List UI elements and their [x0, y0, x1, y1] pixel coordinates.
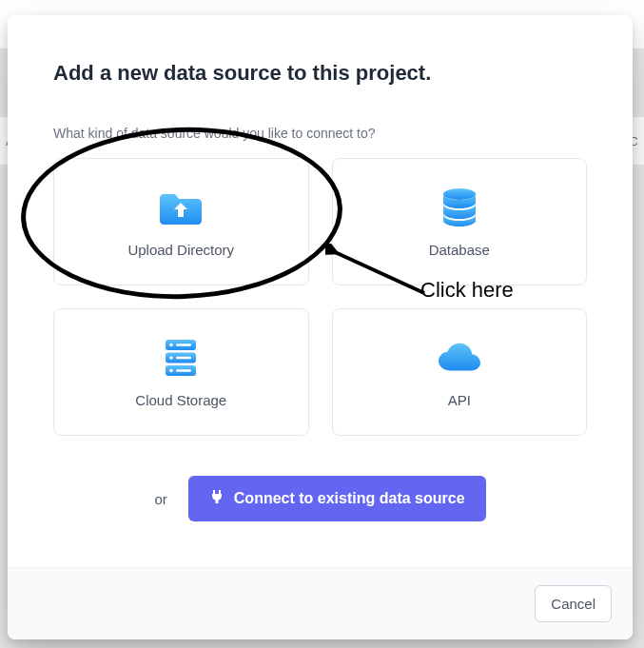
database-icon [439, 187, 480, 228]
card-database[interactable]: Database [332, 158, 588, 285]
cloud-icon [439, 337, 480, 379]
modal-title: Add a new data source to this project. [53, 61, 587, 86]
svg-rect-7 [176, 356, 191, 358]
card-grid: Upload Directory [53, 158, 587, 436]
modal-body: Add a new data source to this project. W… [8, 15, 633, 567]
svg-rect-5 [176, 344, 191, 345]
folder-upload-icon [160, 187, 202, 228]
svg-point-4 [169, 343, 173, 346]
cancel-button[interactable]: Cancel [535, 585, 612, 622]
server-icon [160, 337, 202, 379]
modal-subtitle: What kind of data source would you like … [53, 126, 587, 141]
or-text: or [154, 491, 166, 507]
card-label: Database [429, 242, 490, 258]
connect-existing-button[interactable]: Connect to existing data source [188, 476, 486, 521]
svg-rect-9 [176, 369, 191, 371]
modal-footer: Cancel [8, 567, 633, 639]
svg-point-0 [443, 188, 476, 200]
card-upload-directory[interactable]: Upload Directory [53, 158, 309, 285]
add-data-source-modal: Add a new data source to this project. W… [8, 15, 633, 639]
card-label: Upload Directory [127, 242, 234, 258]
plug-icon [209, 489, 224, 508]
card-label: API [448, 392, 471, 408]
connect-row: or Connect to existing data source [53, 476, 587, 521]
card-cloud-storage[interactable]: Cloud Storage [53, 308, 309, 436]
svg-point-8 [169, 368, 173, 372]
svg-point-6 [169, 356, 173, 360]
connect-button-label: Connect to existing data source [234, 490, 465, 507]
card-label: Cloud Storage [135, 392, 226, 408]
card-api[interactable]: API [332, 308, 588, 436]
